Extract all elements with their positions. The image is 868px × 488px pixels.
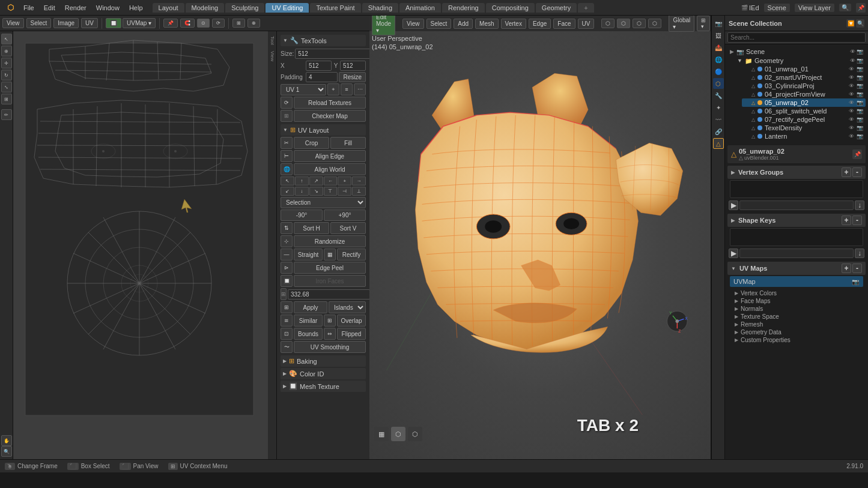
uv-overlay-toggle[interactable]: ⊞ (232, 19, 245, 28)
align-center[interactable]: + (338, 176, 351, 185)
obj-cam-4[interactable]: 📷 (857, 91, 863, 97)
uv-pin-icon[interactable]: 📌 (163, 19, 178, 28)
prop-constraints-icon[interactable]: 🔗 (713, 126, 724, 137)
crop-btn[interactable]: Crop (294, 137, 329, 149)
filter-icon[interactable]: 🔽 (846, 19, 855, 28)
tool-move[interactable]: ✛ (1, 58, 12, 68)
obj-eye-6[interactable]: 👁 (849, 108, 854, 114)
mode-icon-1[interactable]: ▦ (374, 427, 389, 441)
tab-modeling[interactable]: Modeling (186, 3, 225, 13)
vp-select-menu[interactable]: Select (426, 19, 452, 29)
mode-icon-2[interactable]: ⬡ (391, 427, 405, 441)
obj-cam-2[interactable]: 📷 (857, 74, 863, 80)
vp-mesh-menu[interactable]: Mesh (475, 19, 498, 29)
vg-arrow-down[interactable]: ▶ (729, 200, 738, 210)
align-world-btn[interactable]: Align World (294, 163, 366, 175)
normals-item[interactable]: ▶ Normals (727, 305, 866, 313)
iron-faces-btn[interactable]: Iron Faces (294, 275, 366, 287)
vp-vertex-menu[interactable]: Vertex (501, 19, 526, 29)
prop-particles-icon[interactable]: ✦ (713, 102, 724, 113)
obj-05-unwrap02[interactable]: △ 05_unwrap_02 👁 📷 (742, 98, 866, 107)
vp-shading-wire[interactable]: ⬡ (601, 19, 615, 28)
uv-view-menu[interactable]: View (2, 18, 24, 28)
vertex-groups-header[interactable]: ▶ Vertex Groups + - (727, 166, 866, 179)
obj-eye-5[interactable]: 👁 (849, 100, 854, 106)
uv1-add-btn[interactable]: + (327, 83, 339, 95)
vp-overlay-btn[interactable]: ⊞ ▾ (697, 16, 710, 31)
sk-add-btn[interactable]: + (842, 215, 851, 225)
obj-01-unwrap-01[interactable]: △ 01_unwrap_01 👁 📷 (742, 65, 866, 73)
rot-minus90-btn[interactable]: -90° (281, 209, 323, 221)
obj-cam-6[interactable]: 📷 (857, 108, 863, 114)
flipped-btn[interactable]: Flipped (337, 328, 366, 340)
vp-view-menu[interactable]: View (402, 19, 424, 29)
randomize-btn[interactable]: Randomize (294, 235, 366, 247)
tool-rotate[interactable]: ↻ (1, 70, 12, 80)
obj-cam-8[interactable]: 📷 (857, 125, 863, 131)
reload-icon[interactable]: ⟳ (281, 97, 293, 109)
uv-proportional-icon[interactable]: ⊙ (197, 19, 210, 28)
tab-geometry[interactable]: Geometry (536, 3, 577, 13)
tool-scale[interactable]: ⤡ (1, 82, 12, 92)
tab-rendering[interactable]: Rendering (442, 3, 485, 13)
uv-gizmo-toggle[interactable]: ⊕ (247, 19, 260, 28)
obj-cam-9[interactable]: 📷 (857, 133, 863, 139)
y-input[interactable] (340, 61, 366, 71)
obj-03-cylindrical[interactable]: △ 03_CylinricalProj 👁 📷 (742, 82, 866, 90)
padding-input[interactable] (306, 72, 338, 82)
resize-button[interactable]: Resize (339, 72, 366, 82)
obj-07-rectify[interactable]: △ 07_rectify_edgePeel 👁 📷 (742, 115, 866, 124)
obj-eye-4[interactable]: 👁 (849, 91, 854, 97)
view-tab[interactable]: View (269, 49, 276, 64)
apply-dropdown[interactable]: Islands (329, 301, 366, 313)
uv1-menu-btn[interactable]: ≡ (341, 83, 353, 95)
prop-world-icon[interactable]: 🔵 (713, 66, 724, 77)
menu-help[interactable]: Help (124, 3, 148, 13)
reload-textures-btn[interactable]: Reload Textures (294, 97, 366, 109)
prop-view-icon[interactable]: 🌐 (713, 54, 724, 65)
baking-section[interactable]: ▶ ⊞ Baking (281, 355, 366, 367)
tab-uv-editing[interactable]: UV Editing (266, 3, 309, 13)
align-left-bot[interactable]: ↙ (281, 187, 294, 196)
rot-plus90-btn[interactable]: +90° (324, 209, 366, 221)
vp-transform-global[interactable]: Global ▾ (669, 16, 694, 32)
uv-maps-header[interactable]: ▼ UV Maps + - (727, 262, 866, 275)
vg-deselect[interactable]: ↓ (855, 200, 864, 210)
prop-physics-icon[interactable]: 〰 (713, 114, 724, 125)
align-mid2[interactable]: ⊣ (338, 187, 351, 196)
uv-mode-selector[interactable]: 🔲 (106, 18, 121, 28)
texttools-section-header[interactable]: ▼ 🔧 TexTools (281, 35, 366, 46)
menu-edit[interactable]: Edit (39, 3, 60, 13)
geo-render-icon[interactable]: 📷 (857, 58, 863, 64)
straight-btn[interactable]: Straight (294, 249, 323, 261)
tab-shading[interactable]: Shading (362, 3, 398, 13)
obj-04-project[interactable]: △ 04_projectFromView 👁 📷 (742, 90, 866, 98)
obj-texel[interactable]: △ TexelDensity 👁 📷 (742, 124, 866, 132)
vp-edge-menu[interactable]: Edge (529, 19, 551, 29)
tool-select[interactable]: ↖ (1, 34, 12, 44)
value-field[interactable] (288, 289, 369, 300)
uv-uv-menu[interactable]: UV (81, 18, 98, 28)
uv-layout-section-header[interactable]: ▼ ⊞ UV Layout (281, 124, 366, 136)
mode-icon-3[interactable]: ⬡ (408, 427, 422, 441)
x-input[interactable] (306, 61, 332, 71)
vp-shading-render[interactable]: ⬡ (648, 19, 661, 28)
uvmap-camera-icon[interactable]: 📷 (851, 277, 860, 286)
search-collection-icon[interactable]: 🔍 (856, 19, 864, 28)
tool-transform[interactable]: ⊞ (1, 94, 12, 104)
pin-icon[interactable]: 📌 (858, 5, 864, 11)
viewport-3d[interactable]: X Y Z Edit Mode ▾ View Select Add Mesh V… (369, 16, 711, 459)
align-up[interactable]: ↑ (295, 176, 309, 185)
obj-eye-8[interactable]: 👁 (849, 125, 854, 131)
checker-map-btn[interactable]: Checker Map (294, 110, 366, 122)
obj-cam-7[interactable]: 📷 (857, 116, 863, 122)
fill-btn[interactable]: Fill (330, 137, 366, 149)
obj-06-split[interactable]: △ 06_split_switch_weld 👁 📷 (742, 107, 866, 115)
obj-lantern[interactable]: △ Lantern 👁 📷 (742, 132, 866, 140)
tool-zoom[interactable]: 🔍 (1, 446, 12, 457)
uv-sync-icon[interactable]: ⟳ (212, 19, 225, 28)
obj-eye-7[interactable]: 👁 (849, 116, 854, 122)
apply-btn[interactable]: Apply (294, 301, 327, 313)
uvmap-remove-btn[interactable]: - (852, 264, 862, 273)
texture-space-item[interactable]: ▶ Texture Space (727, 313, 866, 321)
